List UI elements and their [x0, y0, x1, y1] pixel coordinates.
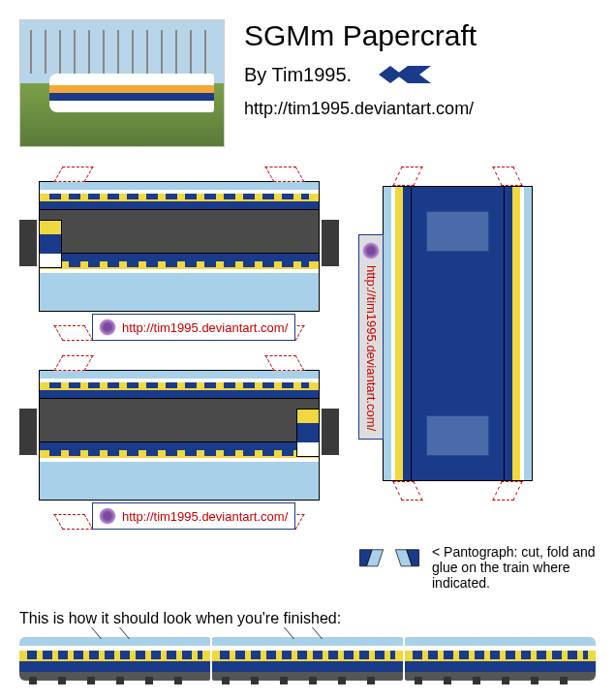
page-title: SGMm Papercraft	[244, 19, 597, 52]
pantograph-instructions: < Pantograph: cut, fold and glue on the …	[432, 544, 597, 591]
finished-label: This is how it should look when you're f…	[19, 610, 597, 627]
pantograph-cutout	[358, 544, 420, 573]
header: SGMm Papercraft By Tim1995. http://tim19…	[19, 19, 597, 147]
header-text: SGMm Papercraft By Tim1995. http://tim19…	[244, 19, 597, 147]
deviantart-icon	[362, 242, 380, 259]
watermark-tab-1: http://tim1995.deviantart.com/	[92, 314, 295, 341]
cutout-roof: http://tim1995.deviantart.com/	[358, 167, 547, 501]
finished-car-3	[405, 637, 596, 681]
reference-photo	[19, 19, 225, 147]
deviantart-icon	[99, 319, 116, 336]
cutout-car-1: http://tim1995.deviantart.com/	[19, 167, 339, 341]
author-text: By Tim1995.	[244, 64, 352, 86]
cutouts-container: http://tim1995.deviantart.com/ http://ti…	[19, 167, 597, 530]
cutout-car-2: http://tim1995.deviantart.com/	[19, 355, 339, 530]
ns-logo-icon	[371, 60, 439, 89]
author-url: http://tim1995.deviantart.com/	[244, 99, 597, 119]
deviantart-icon	[99, 507, 116, 525]
finished-train-preview	[19, 637, 596, 681]
finished-car-1	[19, 637, 210, 681]
pantograph-section: < Pantograph: cut, fold and glue on the …	[358, 544, 597, 591]
finished-car-2	[212, 637, 403, 681]
watermark-tab-2: http://tim1995.deviantart.com/	[92, 502, 295, 530]
watermark-tab-3: http://tim1995.deviantart.com/	[358, 234, 384, 440]
